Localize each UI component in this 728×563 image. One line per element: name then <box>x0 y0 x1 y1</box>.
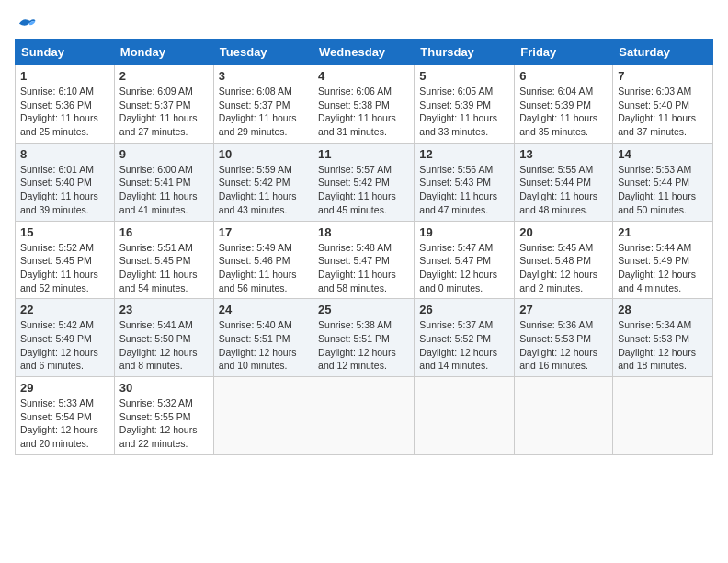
day-number: 3 <box>219 69 308 83</box>
day-number: 9 <box>119 147 209 161</box>
calendar-cell: 26 Sunrise: 5:37 AMSunset: 5:52 PMDaylig… <box>415 299 515 377</box>
calendar-cell: 29 Sunrise: 5:33 AMSunset: 5:54 PMDaylig… <box>16 377 115 455</box>
calendar-header-thursday: Thursday <box>415 40 515 65</box>
day-detail: Sunrise: 5:56 AMSunset: 5:43 PMDaylight:… <box>419 164 497 215</box>
calendar-cell: 10 Sunrise: 5:59 AMSunset: 5:42 PMDaylig… <box>213 143 313 221</box>
day-detail: Sunrise: 5:32 AMSunset: 5:55 PMDaylight:… <box>119 397 198 449</box>
day-detail: Sunrise: 6:01 AMSunset: 5:40 PMDaylight:… <box>20 164 98 215</box>
day-number: 22 <box>20 303 109 316</box>
day-number: 12 <box>419 147 509 161</box>
day-detail: Sunrise: 5:55 AMSunset: 5:44 PMDaylight:… <box>519 164 597 215</box>
day-detail: Sunrise: 5:41 AMSunset: 5:50 PMDaylight:… <box>119 319 198 371</box>
day-number: 21 <box>618 225 708 239</box>
calendar-header-sunday: Sunday <box>16 40 115 65</box>
calendar-week-row: 1 Sunrise: 6:10 AMSunset: 5:36 PMDayligh… <box>16 65 713 144</box>
calendar-cell: 25 Sunrise: 5:38 AMSunset: 5:51 PMDaylig… <box>313 299 415 377</box>
day-detail: Sunrise: 5:49 AMSunset: 5:46 PMDaylight:… <box>219 242 297 293</box>
day-detail: Sunrise: 5:42 AMSunset: 5:49 PMDaylight:… <box>20 319 98 371</box>
calendar-cell: 24 Sunrise: 5:40 AMSunset: 5:51 PMDaylig… <box>213 299 313 377</box>
day-number: 26 <box>419 303 509 316</box>
day-number: 27 <box>519 303 608 316</box>
calendar-cell: 7 Sunrise: 6:03 AMSunset: 5:40 PMDayligh… <box>613 65 713 144</box>
day-number: 23 <box>119 303 209 316</box>
day-number: 5 <box>419 69 509 83</box>
day-number: 14 <box>618 147 708 161</box>
calendar-header-wednesday: Wednesday <box>313 40 415 65</box>
calendar-body: 1 Sunrise: 6:10 AMSunset: 5:36 PMDayligh… <box>16 65 713 455</box>
day-detail: Sunrise: 5:44 AMSunset: 5:49 PMDaylight:… <box>618 242 696 293</box>
calendar-cell: 11 Sunrise: 5:57 AMSunset: 5:42 PMDaylig… <box>313 143 415 221</box>
day-detail: Sunrise: 5:33 AMSunset: 5:54 PMDaylight:… <box>20 397 98 449</box>
day-number: 16 <box>119 225 209 239</box>
calendar-week-row: 8 Sunrise: 6:01 AMSunset: 5:40 PMDayligh… <box>16 143 713 221</box>
day-number: 8 <box>20 147 109 161</box>
calendar-header-row: SundayMondayTuesdayWednesdayThursdayFrid… <box>16 40 713 65</box>
day-number: 4 <box>318 69 409 83</box>
day-number: 18 <box>318 225 409 239</box>
calendar-cell: 6 Sunrise: 6:04 AMSunset: 5:39 PMDayligh… <box>515 65 613 144</box>
day-number: 17 <box>219 225 308 239</box>
day-detail: Sunrise: 5:47 AMSunset: 5:47 PMDaylight:… <box>419 242 497 293</box>
calendar-cell <box>415 377 515 455</box>
day-number: 24 <box>219 303 308 316</box>
calendar-cell: 4 Sunrise: 6:06 AMSunset: 5:38 PMDayligh… <box>313 65 415 144</box>
calendar-cell <box>613 377 713 455</box>
calendar-cell: 23 Sunrise: 5:41 AMSunset: 5:50 PMDaylig… <box>114 299 213 377</box>
day-detail: Sunrise: 5:38 AMSunset: 5:51 PMDaylight:… <box>318 319 396 371</box>
calendar-cell: 22 Sunrise: 5:42 AMSunset: 5:49 PMDaylig… <box>16 299 115 377</box>
day-detail: Sunrise: 6:10 AMSunset: 5:36 PMDaylight:… <box>20 86 98 137</box>
day-detail: Sunrise: 5:36 AMSunset: 5:53 PMDaylight:… <box>519 319 597 371</box>
day-detail: Sunrise: 6:04 AMSunset: 5:39 PMDaylight:… <box>519 86 597 137</box>
day-number: 1 <box>20 69 109 83</box>
day-detail: Sunrise: 6:09 AMSunset: 5:37 PMDaylight:… <box>119 86 198 137</box>
logo-bird-icon <box>17 15 37 31</box>
day-number: 29 <box>20 381 109 395</box>
day-number: 30 <box>119 381 209 395</box>
day-detail: Sunrise: 6:00 AMSunset: 5:41 PMDaylight:… <box>119 164 198 215</box>
day-detail: Sunrise: 6:05 AMSunset: 5:39 PMDaylight:… <box>419 86 497 137</box>
calendar-table: SundayMondayTuesdayWednesdayThursdayFrid… <box>15 39 713 455</box>
calendar-header-saturday: Saturday <box>613 40 713 65</box>
calendar-cell: 21 Sunrise: 5:44 AMSunset: 5:49 PMDaylig… <box>613 221 713 299</box>
day-number: 7 <box>618 69 708 83</box>
calendar-header-friday: Friday <box>515 40 613 65</box>
calendar-cell: 28 Sunrise: 5:34 AMSunset: 5:53 PMDaylig… <box>613 299 713 377</box>
day-detail: Sunrise: 5:48 AMSunset: 5:47 PMDaylight:… <box>318 242 396 293</box>
calendar-week-row: 15 Sunrise: 5:52 AMSunset: 5:45 PMDaylig… <box>16 221 713 299</box>
day-number: 15 <box>20 225 109 239</box>
calendar-cell: 19 Sunrise: 5:47 AMSunset: 5:47 PMDaylig… <box>415 221 515 299</box>
day-detail: Sunrise: 5:37 AMSunset: 5:52 PMDaylight:… <box>419 319 497 371</box>
day-number: 20 <box>519 225 608 239</box>
calendar-header-tuesday: Tuesday <box>213 40 313 65</box>
calendar-cell: 5 Sunrise: 6:05 AMSunset: 5:39 PMDayligh… <box>415 65 515 144</box>
day-detail: Sunrise: 6:03 AMSunset: 5:40 PMDaylight:… <box>618 86 696 137</box>
day-detail: Sunrise: 5:34 AMSunset: 5:53 PMDaylight:… <box>618 319 696 371</box>
page-header <box>15 15 713 31</box>
day-number: 11 <box>318 147 409 161</box>
calendar-cell: 12 Sunrise: 5:56 AMSunset: 5:43 PMDaylig… <box>415 143 515 221</box>
calendar-cell: 15 Sunrise: 5:52 AMSunset: 5:45 PMDaylig… <box>16 221 115 299</box>
calendar-week-row: 29 Sunrise: 5:33 AMSunset: 5:54 PMDaylig… <box>16 377 713 455</box>
calendar-cell: 27 Sunrise: 5:36 AMSunset: 5:53 PMDaylig… <box>515 299 613 377</box>
day-number: 2 <box>119 69 209 83</box>
calendar-cell <box>515 377 613 455</box>
calendar-week-row: 22 Sunrise: 5:42 AMSunset: 5:49 PMDaylig… <box>16 299 713 377</box>
day-detail: Sunrise: 5:57 AMSunset: 5:42 PMDaylight:… <box>318 164 396 215</box>
day-detail: Sunrise: 5:52 AMSunset: 5:45 PMDaylight:… <box>20 242 98 293</box>
day-number: 28 <box>618 303 708 316</box>
calendar-cell: 18 Sunrise: 5:48 AMSunset: 5:47 PMDaylig… <box>313 221 415 299</box>
calendar-cell: 8 Sunrise: 6:01 AMSunset: 5:40 PMDayligh… <box>16 143 115 221</box>
day-detail: Sunrise: 5:45 AMSunset: 5:48 PMDaylight:… <box>519 242 597 293</box>
day-detail: Sunrise: 5:53 AMSunset: 5:44 PMDaylight:… <box>618 164 696 215</box>
calendar-cell: 14 Sunrise: 5:53 AMSunset: 5:44 PMDaylig… <box>613 143 713 221</box>
calendar-cell <box>313 377 415 455</box>
day-detail: Sunrise: 6:08 AMSunset: 5:37 PMDaylight:… <box>219 86 297 137</box>
logo <box>15 15 39 31</box>
day-detail: Sunrise: 6:06 AMSunset: 5:38 PMDaylight:… <box>318 86 396 137</box>
calendar-cell: 16 Sunrise: 5:51 AMSunset: 5:45 PMDaylig… <box>114 221 213 299</box>
calendar-cell: 9 Sunrise: 6:00 AMSunset: 5:41 PMDayligh… <box>114 143 213 221</box>
calendar-cell: 20 Sunrise: 5:45 AMSunset: 5:48 PMDaylig… <box>515 221 613 299</box>
calendar-cell: 17 Sunrise: 5:49 AMSunset: 5:46 PMDaylig… <box>213 221 313 299</box>
day-number: 10 <box>219 147 308 161</box>
day-number: 19 <box>419 225 509 239</box>
